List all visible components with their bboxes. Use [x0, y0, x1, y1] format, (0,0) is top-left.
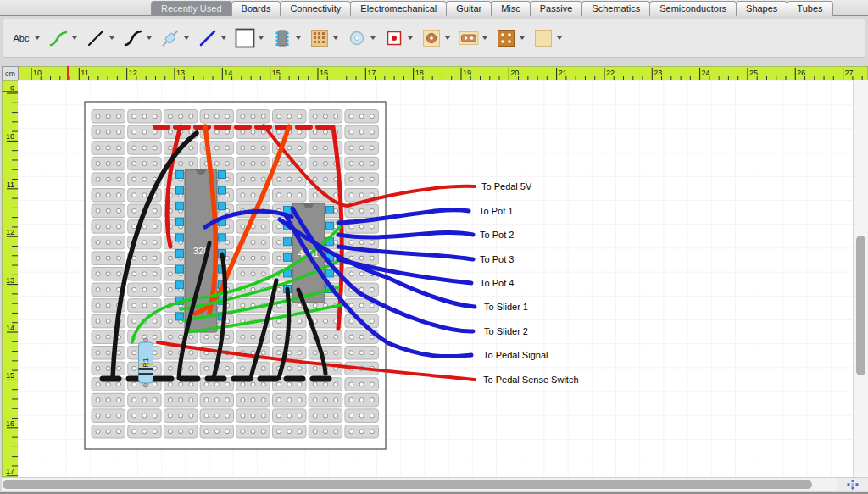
ruler-unit-toggle[interactable]: cm — [2, 66, 19, 80]
wire-label[interactable]: To Pedal Signal — [483, 350, 548, 360]
svg-text:21: 21 — [559, 69, 567, 77]
wire-label[interactable]: To Pot 2 — [480, 230, 514, 240]
chevron-down-icon[interactable] — [147, 36, 152, 40]
tab-connectivity[interactable]: Connectivity — [280, 1, 351, 16]
chevron-down-icon[interactable] — [408, 36, 413, 40]
chevron-down-icon[interactable] — [557, 36, 562, 40]
chevron-down-icon[interactable] — [221, 36, 226, 40]
dil-pad-icon — [458, 27, 480, 49]
svg-text:12: 12 — [129, 69, 137, 77]
resistor-R1[interactable]: R1 — [139, 338, 153, 387]
jumper-black-icon — [85, 27, 107, 49]
svg-text:18: 18 — [415, 69, 424, 77]
svg-text:15: 15 — [272, 69, 281, 77]
hookup-wire-black-icon — [122, 27, 144, 49]
chevron-down-icon[interactable] — [520, 36, 525, 40]
app-window: Recently Used Boards Connectivity Electr… — [0, 0, 868, 494]
horizontal-ruler: 101112131415161718192021222324252627 — [19, 66, 868, 80]
hookup-wire-black-button[interactable] — [122, 27, 152, 49]
vertical-scrollbar[interactable] — [854, 80, 868, 477]
wire-label[interactable]: To Pedal Sense Switch — [483, 375, 579, 385]
svg-text:17: 17 — [367, 69, 376, 77]
label-tool-icon: Abc — [10, 27, 32, 49]
pan-widget-icon[interactable] — [846, 479, 860, 491]
wire-label[interactable]: To Pedal 5V — [481, 181, 532, 191]
jumper-blue-icon — [197, 27, 219, 49]
svg-text:20: 20 — [510, 69, 519, 77]
tab-schematics[interactable]: Schematics — [581, 1, 650, 16]
resistor-icon — [159, 27, 181, 49]
tab-shapes[interactable]: Shapes — [736, 1, 787, 16]
blank-board-white-button[interactable] — [234, 27, 264, 49]
chevron-down-icon[interactable] — [35, 36, 40, 40]
tri-pad-board-icon — [495, 27, 517, 49]
svg-text:26: 26 — [797, 69, 805, 77]
test-point-icon — [383, 27, 405, 49]
horizontal-scrollbar[interactable] — [2, 477, 837, 491]
tab-guitar[interactable]: Guitar — [446, 1, 492, 16]
wire-label[interactable]: To Slider 2 — [484, 326, 528, 336]
layout-canvas[interactable]: 3284051R1To Pedal 5VTo Pot 1To Pot 2To P… — [18, 80, 853, 477]
dil-pad-tool-button[interactable] — [458, 27, 487, 49]
hookup-wire-green-button[interactable] — [47, 27, 77, 49]
chevron-down-icon[interactable] — [184, 36, 189, 40]
chevron-down-icon[interactable] — [296, 36, 301, 40]
test-point-tool-button[interactable] — [383, 27, 413, 49]
wire-label[interactable]: To Pot 3 — [480, 254, 514, 264]
tab-semiconductors[interactable]: Semiconductors — [649, 1, 737, 16]
blank-board-tan-button[interactable] — [532, 27, 562, 49]
svg-text:16: 16 — [6, 419, 14, 428]
chevron-down-icon[interactable] — [333, 36, 338, 40]
scroll-corner[interactable] — [837, 477, 868, 491]
breadboard-tool-button[interactable] — [309, 27, 338, 49]
svg-text:11: 11 — [7, 180, 14, 189]
tab-passive[interactable]: Passive — [530, 1, 583, 16]
blank-board-white-icon — [234, 27, 256, 49]
tab-recently-used[interactable]: Recently Used — [151, 1, 232, 16]
chevron-down-icon[interactable] — [259, 36, 264, 40]
horizontal-scrollbar-thumb[interactable] — [3, 480, 812, 489]
wire-label[interactable]: To Pot 1 — [479, 206, 513, 216]
chevron-down-icon[interactable] — [72, 36, 77, 40]
svg-text:13: 13 — [6, 276, 14, 285]
svg-text:11: 11 — [81, 69, 88, 77]
tabs: Recently Used Boards Connectivity Electr… — [151, 1, 832, 16]
svg-text:13: 13 — [176, 69, 185, 77]
tab-tubes[interactable]: Tubes — [787, 1, 832, 16]
chevron-down-icon[interactable] — [482, 36, 487, 40]
resistor-tool-button[interactable] — [159, 27, 189, 49]
svg-text:16: 16 — [320, 69, 328, 77]
tab-boards[interactable]: Boards — [231, 1, 281, 16]
label-tool-button[interactable]: Abc — [10, 27, 40, 49]
svg-text:10: 10 — [6, 132, 14, 141]
tab-misc[interactable]: Misc — [491, 1, 531, 16]
chevron-down-icon[interactable] — [370, 36, 376, 40]
svg-text:22: 22 — [606, 69, 615, 77]
breadboard-icon — [309, 27, 331, 49]
eyelet-icon — [346, 27, 368, 49]
svg-text:23: 23 — [654, 69, 662, 77]
recently-used-toolbar: Abc — [3, 19, 865, 58]
eyelet-tool-button[interactable] — [346, 27, 376, 49]
svg-text:15: 15 — [6, 371, 14, 380]
svg-text:19: 19 — [463, 69, 471, 77]
jumper-black-button[interactable] — [85, 27, 114, 49]
dip-ic-tool-button[interactable] — [271, 27, 301, 49]
tab-electromechanical[interactable]: Electromechanical — [350, 1, 447, 16]
svg-text:14: 14 — [6, 324, 14, 332]
tri-pad-board-tool-button[interactable] — [495, 27, 525, 49]
wire-label[interactable]: To Pot 4 — [480, 278, 514, 288]
component-tab-bar: Recently Used Boards Connectivity Electr… — [0, 0, 868, 16]
chevron-down-icon[interactable] — [445, 36, 450, 40]
svg-text:17: 17 — [6, 467, 14, 475]
vertical-scrollbar-thumb[interactable] — [856, 236, 865, 375]
chevron-down-icon[interactable] — [109, 36, 114, 40]
svg-text:24: 24 — [702, 69, 710, 77]
wire-label[interactable]: To Slider 1 — [484, 302, 528, 312]
solder-pad-tool-button[interactable] — [420, 27, 450, 49]
jumper-blue-button[interactable] — [197, 27, 226, 49]
solder-pad-icon — [420, 27, 442, 49]
hookup-wire-green-icon — [47, 27, 70, 49]
svg-text:25: 25 — [749, 69, 758, 77]
vertical-ruler: 91011121314151617 — [2, 80, 19, 477]
